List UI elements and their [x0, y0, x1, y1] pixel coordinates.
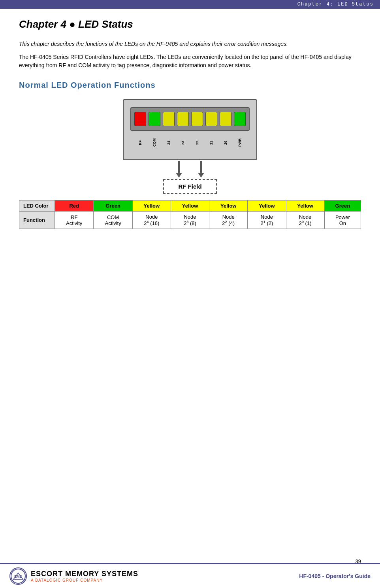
rf-field-label: RF Field — [178, 183, 201, 190]
led-label-23: 23 — [177, 136, 189, 150]
led-label-20: 20 — [220, 136, 231, 150]
logo-main: ESCORT MEMORY SYSTEMS — [31, 570, 138, 578]
color-cell-green2: Green — [324, 200, 361, 212]
led-yellow-5 — [220, 112, 231, 126]
led-label-24: 24 — [163, 136, 175, 150]
led-diagram: RF COM 24 23 22 21 20 PWR RF Field — [19, 99, 361, 194]
led-table: LED Color Red Green Yellow Yellow Yellow… — [19, 200, 361, 229]
arrows-container — [176, 161, 204, 178]
func-cell-node20: Node 20 (1) — [286, 212, 324, 229]
color-cell-yellow3: Yellow — [209, 200, 248, 212]
footer-guide: HF-0405 - Operator's Guide — [299, 573, 371, 579]
led-red — [134, 112, 146, 126]
arrow-1 — [176, 161, 182, 178]
led-yellow-2 — [177, 112, 189, 126]
logo-text-block: ESCORT MEMORY SYSTEMS A DATALOGIC GROUP … — [31, 570, 138, 582]
led-label-com: COM — [149, 136, 160, 150]
color-cell-yellow1: Yellow — [132, 200, 171, 212]
led-green-2 — [234, 112, 246, 126]
arrow-2 — [198, 161, 204, 178]
rf-field-box: RF Field — [163, 179, 216, 194]
color-cell-green1: Green — [94, 200, 132, 212]
footer-logo: EMS ESCORT MEMORY SYSTEMS A DATALOGIC GR… — [9, 567, 138, 585]
footer: EMS ESCORT MEMORY SYSTEMS A DATALOGIC GR… — [0, 563, 380, 588]
func-cell-node21: Node 21 (2) — [248, 212, 286, 229]
section-heading: Normal LED Operation Functions — [19, 81, 361, 90]
led-yellow-4 — [205, 112, 217, 126]
func-cell-node24: Node 24 (16) — [132, 212, 171, 229]
header-title: Chapter 4: LED Status — [297, 2, 374, 7]
led-label-22: 22 — [191, 136, 203, 150]
func-cell-node22: Node 22 (4) — [209, 212, 248, 229]
function-row-header: Function — [19, 212, 55, 229]
led-green-1 — [149, 112, 160, 126]
led-label-pwr: PWR — [234, 136, 246, 150]
color-cell-red: Red — [55, 200, 94, 212]
func-cell-rf: RF Activity — [55, 212, 94, 229]
func-cell-power: Power On — [324, 212, 361, 229]
func-cell-com: COM Activity — [94, 212, 132, 229]
led-label-21: 21 — [205, 136, 217, 150]
color-cell-yellow5: Yellow — [286, 200, 324, 212]
table-header-label: LED Color — [19, 200, 55, 212]
led-yellow-3 — [191, 112, 203, 126]
led-panel-box: RF COM 24 23 22 21 20 PWR — [123, 99, 257, 160]
chapter-title: Chapter 4 ● LED Status — [19, 18, 361, 30]
page-header: Chapter 4: LED Status — [0, 0, 380, 9]
logo-icon: EMS — [9, 567, 27, 585]
led-yellow-1 — [163, 112, 175, 126]
intro-italic: This chapter describes the functions of … — [19, 40, 361, 48]
led-strip — [130, 107, 250, 131]
led-label-rf: RF — [134, 136, 146, 150]
color-cell-yellow4: Yellow — [248, 200, 286, 212]
intro-normal: The HF-0405 Series RFID Controllers have… — [19, 53, 361, 70]
color-cell-yellow2: Yellow — [171, 200, 209, 212]
logo-sub: A DATALOGIC GROUP COMPANY — [31, 578, 138, 582]
func-cell-node23: Node 23 (8) — [171, 212, 209, 229]
led-labels: RF COM 24 23 22 21 20 PWR — [134, 136, 246, 150]
